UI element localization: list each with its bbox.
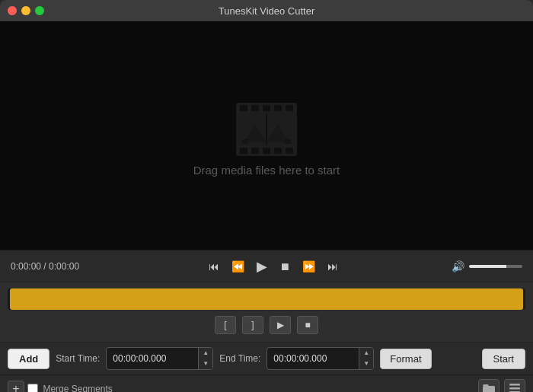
film-strip-icon bbox=[228, 95, 305, 164]
add-button[interactable]: Add bbox=[8, 349, 49, 369]
svg-rect-3 bbox=[263, 105, 270, 111]
svg-rect-16 bbox=[483, 386, 495, 393]
list-icon-button[interactable] bbox=[504, 379, 525, 393]
maximize-button[interactable] bbox=[35, 6, 44, 15]
format-button[interactable]: Format bbox=[380, 349, 431, 369]
svg-rect-17 bbox=[509, 384, 520, 386]
mark-out-button[interactable]: ] bbox=[242, 316, 263, 334]
start-time-down[interactable]: ▼ bbox=[199, 359, 212, 369]
end-time-down[interactable]: ▼ bbox=[359, 359, 373, 369]
timeline-controls: [ ] ▶ ■ bbox=[8, 316, 525, 334]
volume-icon: 🔊 bbox=[452, 260, 464, 272]
end-time-input[interactable] bbox=[267, 349, 359, 368]
stop-button[interactable]: ⏹ bbox=[276, 259, 294, 274]
svg-rect-7 bbox=[251, 148, 259, 154]
right-icons bbox=[478, 379, 525, 393]
start-time-input[interactable] bbox=[107, 349, 198, 368]
timeline-progress bbox=[10, 288, 523, 310]
time-display: 0:00:00 / 0:00:00 bbox=[11, 261, 94, 272]
timeline-track[interactable] bbox=[8, 288, 525, 310]
start-button[interactable]: Start bbox=[482, 349, 525, 369]
start-time-input-wrap: ▲ ▼ bbox=[106, 347, 213, 370]
start-time-spinner: ▲ ▼ bbox=[198, 348, 212, 369]
video-area[interactable]: Drag media files here to start bbox=[0, 21, 533, 250]
skip-back-button[interactable]: ⏮ bbox=[205, 259, 223, 274]
step-forward-button[interactable]: ⏩ bbox=[298, 259, 319, 274]
title-bar: TunesKit Video Cutter bbox=[0, 0, 533, 21]
merge-checkbox[interactable] bbox=[27, 384, 38, 393]
svg-rect-4 bbox=[274, 105, 282, 111]
end-time-spinner: ▲ ▼ bbox=[359, 348, 373, 369]
folder-icon-button[interactable] bbox=[478, 379, 499, 393]
svg-rect-14 bbox=[242, 139, 248, 144]
close-button[interactable] bbox=[8, 6, 17, 15]
playback-controls: ⏮ ⏪ ▶ ⏹ ⏩ ⏭ bbox=[102, 257, 444, 276]
end-time-label: End Time: bbox=[219, 353, 260, 364]
start-time-up[interactable]: ▲ bbox=[199, 348, 212, 359]
svg-rect-2 bbox=[251, 105, 259, 111]
start-time-label: Start Time: bbox=[56, 353, 100, 364]
traffic-lights bbox=[8, 6, 44, 15]
volume-slider[interactable] bbox=[469, 265, 522, 268]
end-time-up[interactable]: ▲ bbox=[359, 348, 373, 359]
list-icon bbox=[509, 384, 520, 392]
svg-rect-15 bbox=[285, 139, 291, 144]
merge-label: Merge Segments bbox=[43, 384, 112, 393]
svg-rect-18 bbox=[509, 387, 520, 390]
volume-control: 🔊 bbox=[452, 260, 522, 272]
timeline-area: [ ] ▶ ■ bbox=[0, 282, 533, 342]
skip-forward-button[interactable]: ⏭ bbox=[324, 259, 342, 274]
end-time-input-wrap: ▲ ▼ bbox=[266, 347, 374, 370]
minimize-button[interactable] bbox=[21, 6, 30, 15]
add-segment-button[interactable]: + bbox=[8, 381, 24, 393]
app-title: TunesKit Video Cutter bbox=[219, 5, 314, 17]
svg-rect-10 bbox=[286, 148, 293, 154]
controls-bar: 0:00:00 / 0:00:00 ⏮ ⏪ ▶ ⏹ ⏩ ⏭ 🔊 bbox=[0, 250, 533, 282]
preview-button[interactable]: ▶ bbox=[270, 316, 291, 334]
merge-check-wrap: Merge Segments bbox=[27, 384, 478, 393]
bottom-bar: + Merge Segments bbox=[0, 374, 533, 392]
svg-rect-9 bbox=[274, 148, 282, 154]
segment-row: Add Start Time: ▲ ▼ End Time: ▲ ▼ Format… bbox=[0, 342, 533, 374]
svg-rect-8 bbox=[263, 148, 270, 154]
folder-icon bbox=[483, 384, 495, 393]
step-back-button[interactable]: ⏪ bbox=[228, 259, 248, 274]
drag-hint-text: Drag media files here to start bbox=[193, 164, 340, 177]
tl-stop-button[interactable]: ■ bbox=[297, 316, 318, 334]
svg-rect-5 bbox=[286, 105, 293, 111]
svg-rect-6 bbox=[240, 148, 247, 154]
svg-rect-1 bbox=[240, 105, 247, 111]
play-button[interactable]: ▶ bbox=[253, 257, 271, 276]
mark-in-button[interactable]: [ bbox=[215, 316, 236, 334]
